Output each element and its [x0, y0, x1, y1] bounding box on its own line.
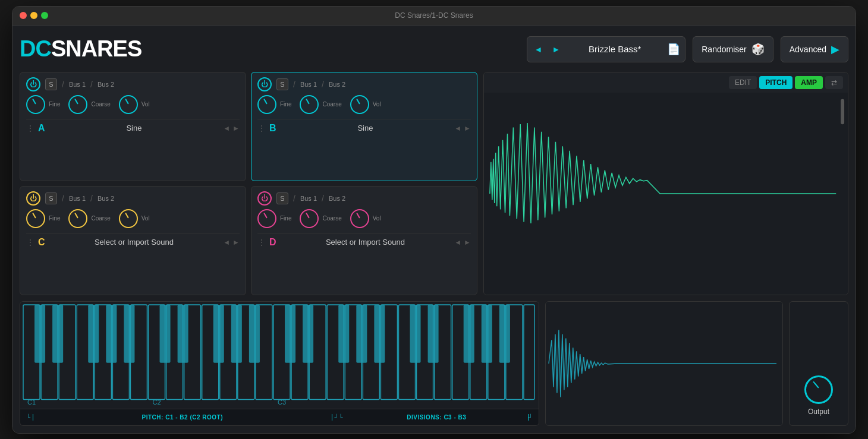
maximize-button[interactable]	[41, 12, 48, 19]
osc-c-solo-button[interactable]: S	[45, 192, 57, 204]
osc-d-solo-button[interactable]: S	[276, 192, 288, 204]
osc-a-fine-knob[interactable]	[26, 95, 45, 114]
osc-b-fine-label: Fine	[280, 101, 291, 108]
osc-d-coarse-label: Coarse	[322, 215, 341, 222]
osc-c-prev-arrow[interactable]: ◄	[223, 238, 230, 247]
piano-bottom-bar: └ PITCH: C1 - B2 (C2 ROOT) ┘└ DIVISIONS:…	[20, 409, 539, 425]
close-button[interactable]	[20, 12, 27, 19]
pitch-range-label: PITCH: C1 - B2 (C2 ROOT)	[33, 414, 332, 421]
oscillator-d: ⏻ S / Bus 1 / Bus 2 Fine Coarse Vol	[251, 186, 477, 295]
osc-d-next-arrow[interactable]: ►	[464, 238, 471, 247]
bottom-section: C1 C2 C3 └ PITCH: C1 - B2 (C2 ROOT) ┘└ D…	[20, 301, 848, 426]
osc-b-top-row: ⏻ S / Bus 1 / Bus 2	[257, 77, 471, 91]
document-icon[interactable]: 📄	[667, 43, 680, 56]
advanced-button[interactable]: Advanced ▶	[781, 36, 848, 62]
osc-a-prev-arrow[interactable]: ◄	[223, 124, 230, 132]
osc-b-type: Sine	[280, 124, 451, 132]
titlebar: DC Snares/1-DC Snares	[12, 7, 856, 26]
oscillator-a: ⏻ S / Bus 1 / Bus 2 Fine Coarse Vol	[20, 72, 246, 181]
osc-d-knob-row: Fine Coarse Vol	[257, 209, 471, 228]
osc-b-next-arrow[interactable]: ►	[464, 124, 471, 132]
osc-d-coarse-knob[interactable]	[300, 209, 319, 228]
svg-rect-41	[249, 305, 260, 363]
osc-c-arrows: ◄ ►	[223, 238, 240, 247]
osc-c-id: C	[38, 237, 45, 248]
osc-a-vol-label: Vol	[141, 101, 150, 108]
osc-d-slash2-icon: /	[322, 194, 324, 203]
output-knob[interactable]	[804, 375, 833, 404]
output-label: Output	[808, 408, 829, 416]
osc-d-power-button[interactable]: ⏻	[257, 191, 272, 206]
svg-rect-51	[499, 305, 510, 363]
dice-icon: 🎲	[751, 43, 765, 56]
osc-b-prev-arrow[interactable]: ◄	[454, 124, 461, 132]
osc-b-solo-button[interactable]: S	[276, 78, 288, 90]
main-window: DC Snares/1-DC Snares DCSNARES ◄ ► Brizz…	[12, 6, 856, 434]
piano-keyboard[interactable]: C1 C2 C3	[20, 302, 539, 409]
osc-b-fine-knob[interactable]	[257, 95, 276, 114]
osc-c-vol-label: Vol	[141, 215, 150, 222]
osc-a-next-arrow[interactable]: ►	[232, 124, 240, 132]
osc-d-bus1-label[interactable]: Bus 1	[300, 195, 317, 202]
osc-b-bottom-row: ⋮ B Sine ◄ ►	[257, 119, 471, 134]
svg-rect-47	[410, 305, 421, 363]
osc-b-bus2-label[interactable]: Bus 2	[329, 81, 345, 88]
osc-b-power-button[interactable]: ⏻	[257, 77, 272, 91]
traffic-lights	[20, 12, 48, 19]
middle-section: ⏻ S / Bus 1 / Bus 2 Fine Coarse Vol	[20, 72, 848, 295]
output-waveform-display	[546, 302, 782, 425]
osc-a-solo-button[interactable]: S	[45, 78, 57, 90]
osc-c-next-arrow[interactable]: ►	[232, 238, 240, 247]
osc-d-top-row: ⏻ S / Bus 1 / Bus 2	[257, 191, 471, 206]
osc-b-coarse-knob[interactable]	[300, 95, 319, 114]
osc-b-slash-icon: /	[293, 80, 295, 89]
osc-b-vol-knob[interactable]	[350, 95, 369, 114]
osc-c-drag-handle: ⋮	[26, 238, 34, 247]
osc-a-knob-row: Fine Coarse Vol	[26, 95, 240, 114]
osc-d-bottom-row: ⋮ D Select or Import Sound ◄ ►	[257, 233, 471, 248]
svg-rect-40	[231, 305, 242, 363]
osc-c-vol-knob[interactable]	[119, 209, 138, 228]
edit-button[interactable]: EDIT	[729, 76, 757, 89]
osc-c-bottom-row: ⋮ C Select or Import Sound ◄ ►	[26, 233, 240, 248]
osc-c-bus2-label[interactable]: Bus 2	[98, 195, 114, 202]
main-content: DCSNARES ◄ ► Brizzle Bass* 📄 Randomiser …	[12, 26, 856, 433]
osc-a-bus1-label[interactable]: Bus 1	[69, 81, 86, 88]
amp-button[interactable]: AMP	[795, 76, 823, 89]
osc-d-prev-arrow[interactable]: ◄	[454, 238, 461, 247]
osc-d-id: D	[269, 237, 276, 248]
osc-d-vol-knob[interactable]	[350, 209, 369, 228]
osc-a-bottom-row: ⋮ A Sine ◄ ►	[26, 119, 240, 134]
svg-rect-45	[356, 305, 367, 363]
osc-a-coarse-knob[interactable]	[68, 95, 87, 114]
svg-rect-33	[52, 305, 63, 363]
osc-b-bus1-label[interactable]: Bus 1	[300, 81, 317, 88]
randomiser-button[interactable]: Randomiser 🎲	[693, 36, 773, 62]
oscillator-grid: ⏻ S / Bus 1 / Bus 2 Fine Coarse Vol	[20, 72, 477, 295]
osc-a-vol-knob[interactable]	[119, 95, 138, 114]
osc-a-fine-label: Fine	[49, 101, 60, 108]
preset-next-button[interactable]: ►	[549, 43, 562, 55]
osc-d-fine-label: Fine	[280, 215, 291, 222]
osc-d-bus2-label[interactable]: Bus 2	[329, 195, 345, 202]
svg-rect-36	[124, 305, 134, 363]
svg-rect-1	[841, 99, 844, 124]
piano-keys-area[interactable]: C1 C2 C3	[20, 302, 539, 409]
osc-a-power-button[interactable]: ⏻	[26, 77, 40, 91]
swap-button[interactable]: ⇄	[825, 76, 843, 89]
preset-prev-button[interactable]: ◄	[532, 43, 545, 55]
svg-text:C1: C1	[27, 398, 36, 405]
osc-b-arrows: ◄ ►	[454, 124, 471, 132]
osc-d-fine-knob[interactable]	[257, 209, 276, 228]
osc-c-power-button[interactable]: ⏻	[26, 191, 40, 206]
osc-a-bus2-label[interactable]: Bus 2	[98, 81, 114, 88]
minimize-button[interactable]	[30, 12, 37, 19]
osc-c-slash-icon: /	[62, 194, 64, 203]
osc-a-type: Sine	[49, 124, 220, 132]
piano-panel[interactable]: C1 C2 C3 └ PITCH: C1 - B2 (C2 ROOT) ┘└ D…	[20, 301, 539, 426]
window-title: DC Snares/1-DC Snares	[395, 11, 473, 20]
osc-c-fine-knob[interactable]	[26, 209, 45, 228]
pitch-button[interactable]: PITCH	[759, 76, 792, 89]
osc-c-coarse-knob[interactable]	[68, 209, 87, 228]
osc-c-bus1-label[interactable]: Bus 1	[69, 195, 86, 202]
